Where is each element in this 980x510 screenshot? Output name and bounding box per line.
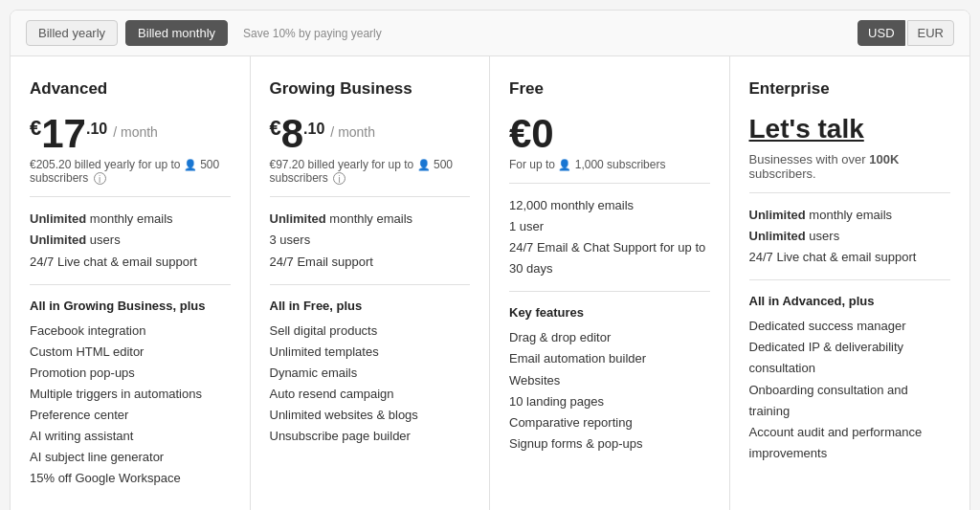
plan-name-enterprise: Enterprise bbox=[749, 79, 951, 99]
billed-yearly-button[interactable]: Billed yearly bbox=[26, 20, 118, 46]
section-title-enterprise: All in Advanced, plus bbox=[749, 294, 951, 308]
price-period-advanced: / month bbox=[113, 125, 158, 139]
stat-item: Unlimited users bbox=[749, 226, 951, 247]
list-item: Dedicated IP & deliverability consultati… bbox=[749, 337, 951, 379]
stat-item: 24/7 Live chat & email support bbox=[30, 252, 231, 273]
billing-toggle: Billed yearly Billed monthly Save 10% by… bbox=[26, 20, 382, 46]
price-period-growing: / month bbox=[330, 125, 375, 139]
list-item: Auto resend campaign bbox=[270, 384, 471, 405]
price-amount-advanced: 17 bbox=[41, 114, 86, 154]
plan-name-free: Free bbox=[509, 79, 710, 99]
price-block-growing: € 8 .10 / month €97.20 billed yearly for… bbox=[270, 114, 471, 185]
price-amount-growing: 8 bbox=[281, 114, 303, 154]
price-note-advanced: €205.20 billed yearly for up to 👤 500 su… bbox=[30, 158, 231, 185]
section-title-advanced: All in Growing Business, plus bbox=[30, 299, 231, 313]
plan-growing-business: Growing Business € 8 .10 / month €97.20 … bbox=[251, 56, 491, 510]
list-item: Preference center bbox=[30, 405, 231, 426]
stats-free: 12,000 monthly emails 1 user 24/7 Email … bbox=[509, 195, 710, 279]
info-icon-advanced[interactable]: i bbox=[94, 172, 106, 185]
stat-item: Unlimited monthly emails bbox=[270, 209, 471, 230]
top-bar: Billed yearly Billed monthly Save 10% by… bbox=[11, 11, 969, 56]
extras-advanced: Facebook integration Custom HTML editor … bbox=[30, 321, 231, 490]
stats-enterprise: Unlimited monthly emails Unlimited users… bbox=[749, 205, 951, 268]
save-text: Save 10% by paying yearly bbox=[243, 27, 382, 40]
list-item: Onboarding consultation and training bbox=[749, 380, 951, 422]
stat-item: Unlimited users bbox=[30, 230, 231, 251]
list-item: Unlimited templates bbox=[270, 342, 471, 363]
billed-monthly-button[interactable]: Billed monthly bbox=[125, 20, 228, 46]
list-item: AI writing assistant bbox=[30, 426, 231, 447]
plan-advanced: Advanced € 17 .10 / month €205.20 billed… bbox=[11, 56, 251, 510]
price-note-growing: €97.20 billed yearly for up to 👤 500 sub… bbox=[270, 158, 471, 185]
list-item: Drag & drop editor bbox=[509, 327, 710, 348]
plan-enterprise: Enterprise Let's talk Businesses with ov… bbox=[730, 56, 970, 510]
divider-free-1 bbox=[509, 183, 710, 184]
stats-growing: Unlimited monthly emails 3 users 24/7 Em… bbox=[270, 209, 471, 272]
price-currency-advanced: € bbox=[30, 118, 41, 139]
stat-item: 24/7 Email support bbox=[270, 252, 471, 273]
list-item: Dedicated success manager bbox=[749, 316, 951, 337]
stat-item: Unlimited monthly emails bbox=[749, 205, 951, 226]
divider-growing-1 bbox=[270, 196, 471, 197]
stat-item: 1 user bbox=[509, 216, 710, 237]
extras-enterprise: Dedicated success manager Dedicated IP &… bbox=[749, 316, 951, 464]
price-decimal-growing: .10 bbox=[303, 122, 324, 137]
stats-advanced: Unlimited monthly emails Unlimited users… bbox=[30, 209, 231, 272]
stat-item: Unlimited monthly emails bbox=[30, 209, 231, 230]
list-item: Facebook integration bbox=[30, 321, 231, 342]
price-block-free: €0 For up to 👤 1,000 subscribers bbox=[509, 114, 710, 171]
list-item: Email automation builder bbox=[509, 348, 710, 369]
list-item: Custom HTML editor bbox=[30, 342, 231, 363]
stat-item: 24/7 Live chat & email support bbox=[749, 247, 951, 268]
price-currency-growing: € bbox=[270, 118, 281, 139]
divider-growing-2 bbox=[270, 284, 471, 285]
list-item: Comparative reporting bbox=[509, 412, 710, 433]
info-icon-growing[interactable]: i bbox=[333, 172, 345, 185]
list-item: Promotion pop-ups bbox=[30, 363, 231, 384]
price-free: €0 bbox=[509, 114, 554, 154]
extras-growing: Sell digital products Unlimited template… bbox=[270, 321, 471, 448]
list-item: Unsubscribe page builder bbox=[270, 426, 471, 447]
list-item: Websites bbox=[509, 370, 710, 391]
plan-free: Free €0 For up to 👤 1,000 subscribers 12… bbox=[490, 56, 730, 510]
price-block-enterprise: Let's talk Businesses with over 100K sub… bbox=[749, 114, 951, 181]
eur-button[interactable]: EUR bbox=[907, 20, 954, 46]
divider-enterprise-1 bbox=[749, 192, 951, 193]
price-note-free: For up to 👤 1,000 subscribers bbox=[509, 158, 710, 171]
stat-item: 24/7 Email & Chat Support for up to 30 d… bbox=[509, 237, 710, 279]
usd-button[interactable]: USD bbox=[858, 20, 904, 46]
divider-advanced-2 bbox=[30, 284, 231, 285]
list-item: AI subject line generator bbox=[30, 447, 231, 468]
stat-item: 12,000 monthly emails bbox=[509, 195, 710, 216]
list-item: Account audit and performance improvemen… bbox=[749, 422, 951, 464]
plan-name-advanced: Advanced bbox=[30, 79, 231, 99]
divider-advanced-1 bbox=[30, 196, 231, 197]
enterprise-note: Businesses with over 100K subscribers. bbox=[749, 152, 951, 181]
stat-item: 3 users bbox=[270, 230, 471, 251]
price-decimal-advanced: .10 bbox=[86, 122, 107, 137]
list-item: 15% off Google Workspace bbox=[30, 468, 231, 489]
lets-talk: Let's talk bbox=[749, 114, 951, 144]
extras-free: Drag & drop editor Email automation buil… bbox=[509, 327, 710, 455]
price-block-advanced: € 17 .10 / month €205.20 billed yearly f… bbox=[30, 114, 231, 185]
list-item: 10 landing pages bbox=[509, 391, 710, 412]
list-item: Unlimited websites & blogs bbox=[270, 405, 471, 426]
plans-grid: Advanced € 17 .10 / month €205.20 billed… bbox=[11, 56, 969, 510]
list-item: Sell digital products bbox=[270, 321, 471, 342]
divider-free-2 bbox=[509, 291, 710, 292]
currency-toggle: USD EUR bbox=[858, 20, 954, 46]
section-title-free: Key features bbox=[509, 305, 710, 320]
list-item: Multiple triggers in automations bbox=[30, 384, 231, 405]
list-item: Signup forms & pop-ups bbox=[509, 433, 710, 455]
plan-name-growing: Growing Business bbox=[270, 79, 471, 99]
list-item: Dynamic emails bbox=[270, 363, 471, 384]
section-title-growing: All in Free, plus bbox=[270, 299, 471, 313]
divider-enterprise-2 bbox=[749, 279, 951, 280]
